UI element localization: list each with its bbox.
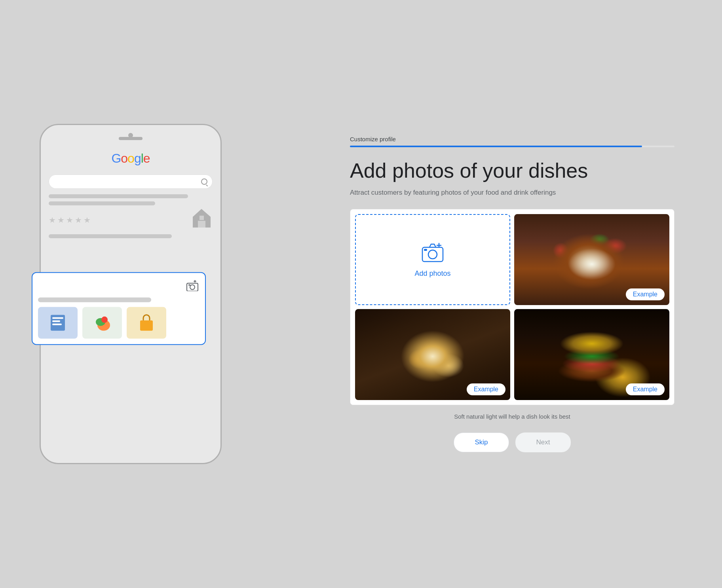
- svg-rect-13: [140, 321, 153, 331]
- next-button[interactable]: Next: [515, 432, 571, 452]
- google-logo: Google: [111, 151, 150, 165]
- icon-tile-food: [82, 307, 122, 339]
- example-badge-1: Example: [626, 288, 665, 300]
- svg-rect-9: [52, 324, 62, 325]
- progress-section: Customize profile: [350, 136, 674, 147]
- highlight-gray-line: [38, 298, 151, 302]
- food-cell-ramen: Example: [355, 309, 510, 400]
- progress-bar-fill: [350, 146, 642, 147]
- progress-label: Customize profile: [350, 136, 674, 142]
- svg-rect-5: [188, 285, 190, 286]
- gray-lines: [49, 193, 213, 207]
- svg-point-15: [428, 250, 437, 259]
- food-cell-pasta: Example: [514, 214, 669, 305]
- photo-grid: Add photos Example Example Example: [350, 209, 674, 405]
- svg-point-4: [190, 285, 195, 290]
- gray-lines-2: [49, 233, 213, 240]
- subtitle: Attract customers by featuring photos of…: [350, 188, 674, 198]
- svg-rect-16: [424, 249, 427, 251]
- icon-tiles: [38, 307, 200, 339]
- icon-tile-menu: [38, 307, 78, 339]
- example-badge-2: Example: [467, 383, 505, 395]
- star-icon: ★: [49, 215, 56, 225]
- main-title: Add photos of your dishes: [350, 158, 674, 183]
- store-icon: [191, 207, 213, 229]
- page-container: Google ★ ★ ★ ★ ★: [0, 0, 722, 588]
- gray-line: [49, 201, 155, 205]
- highlight-box: [32, 272, 206, 345]
- food-cell-burger: Example: [514, 309, 669, 400]
- svg-rect-8: [52, 321, 60, 322]
- skip-button[interactable]: Skip: [454, 432, 509, 452]
- star-icon: ★: [75, 215, 82, 225]
- svg-rect-2: [200, 216, 204, 220]
- highlight-top-row: [38, 279, 200, 293]
- gray-line: [49, 234, 172, 238]
- progress-bar-container: [350, 146, 674, 147]
- hint-text: Soft natural light will help a dish look…: [350, 413, 674, 420]
- google-logo-area: Google: [49, 148, 213, 171]
- star-icon: ★: [84, 215, 91, 225]
- search-bar[interactable]: [49, 175, 213, 189]
- star-icon: ★: [66, 215, 73, 225]
- add-photos-cell[interactable]: Add photos: [355, 214, 510, 305]
- search-icon: [201, 178, 207, 185]
- svg-rect-7: [52, 317, 63, 319]
- add-photos-label: Add photos: [414, 269, 450, 278]
- action-buttons: Skip Next: [350, 432, 674, 452]
- svg-rect-1: [198, 221, 205, 228]
- stars-row: ★ ★ ★ ★ ★: [49, 211, 213, 229]
- svg-point-12: [101, 317, 108, 323]
- icon-tile-bag: [127, 307, 166, 339]
- camera-add-icon[interactable]: [185, 279, 200, 293]
- phone-camera: [128, 133, 133, 138]
- right-panel: Customize profile Add photos of your dis…: [350, 136, 674, 452]
- star-icon: ★: [57, 215, 65, 225]
- example-badge-3: Example: [626, 383, 665, 395]
- gray-line: [49, 194, 188, 198]
